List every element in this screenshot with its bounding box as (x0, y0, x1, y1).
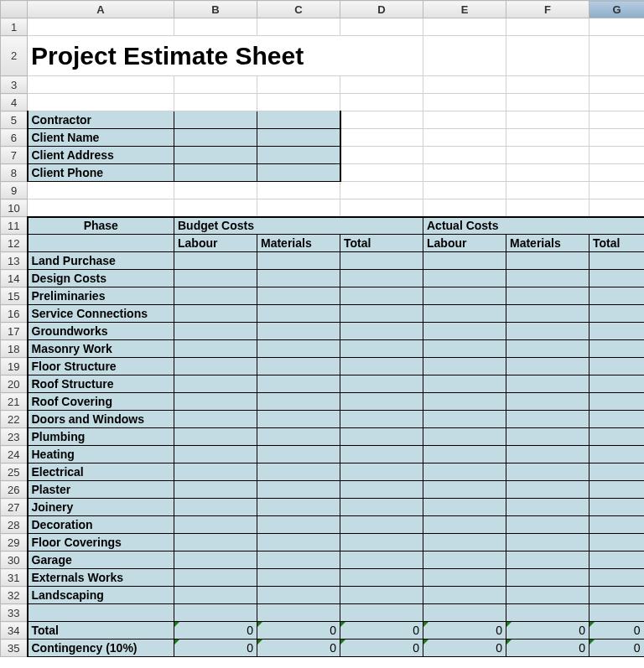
cell[interactable] (174, 446, 257, 463)
row-header[interactable]: 19 (1, 358, 28, 375)
cell[interactable] (589, 534, 645, 551)
info-value[interactable] (174, 147, 257, 164)
header-phase[interactable]: Phase (28, 217, 174, 235)
cell[interactable] (506, 393, 589, 411)
header-actual-costs[interactable]: Actual Costs (423, 217, 645, 235)
cell[interactable] (340, 534, 423, 551)
cell[interactable] (174, 411, 257, 428)
cell[interactable] (257, 481, 340, 499)
cell[interactable] (423, 340, 506, 358)
contingency-value[interactable]: 0 (423, 640, 506, 657)
info-label-client-name[interactable]: Client Name (28, 129, 174, 147)
cell[interactable] (174, 252, 257, 270)
cell[interactable] (257, 569, 340, 587)
cell[interactable] (174, 587, 257, 604)
cell[interactable] (257, 446, 340, 463)
cell[interactable] (423, 287, 506, 305)
cell[interactable] (589, 287, 645, 305)
phase-label[interactable]: Design Costs (28, 270, 174, 287)
cell[interactable] (423, 587, 506, 604)
cell[interactable] (340, 428, 423, 446)
cell[interactable] (340, 323, 423, 340)
cell[interactable] (174, 358, 257, 375)
cell[interactable] (589, 252, 645, 270)
cell[interactable] (423, 463, 506, 481)
cell[interactable] (340, 375, 423, 393)
header-labour[interactable]: Labour (423, 235, 506, 252)
phase-label[interactable]: Floor Coverings (28, 534, 174, 551)
cell[interactable] (589, 446, 645, 463)
cell[interactable] (174, 375, 257, 393)
cell[interactable] (340, 411, 423, 428)
cell[interactable] (506, 411, 589, 428)
row-header[interactable]: 29 (1, 534, 28, 551)
cell[interactable] (423, 516, 506, 534)
total-value[interactable]: 0 (506, 622, 589, 640)
phase-label[interactable]: Joinery (28, 499, 174, 516)
header-budget-costs[interactable]: Budget Costs (174, 217, 423, 235)
select-all-corner[interactable] (1, 1, 28, 18)
cell[interactable] (174, 463, 257, 481)
row-header[interactable]: 11 (1, 217, 28, 235)
row-header[interactable]: 12 (1, 235, 28, 252)
grid[interactable]: A B C D E F G 1 2 Project Estimate Sheet… (0, 0, 644, 657)
contingency-value[interactable]: 0 (589, 640, 645, 657)
cell[interactable] (340, 499, 423, 516)
header-total[interactable]: Total (340, 235, 423, 252)
cell[interactable] (174, 323, 257, 340)
info-label-client-phone[interactable]: Client Phone (28, 164, 174, 182)
row-header[interactable]: 24 (1, 446, 28, 463)
cell[interactable] (174, 551, 257, 569)
cell[interactable] (506, 499, 589, 516)
row-header[interactable]: 4 (1, 94, 28, 111)
cell[interactable] (423, 358, 506, 375)
contingency-value[interactable]: 0 (506, 640, 589, 657)
cell[interactable] (506, 428, 589, 446)
total-value[interactable]: 0 (423, 622, 506, 640)
info-value[interactable] (174, 164, 257, 182)
row-header[interactable]: 21 (1, 393, 28, 411)
cell[interactable] (506, 323, 589, 340)
cell[interactable] (423, 499, 506, 516)
cell[interactable] (257, 358, 340, 375)
cell[interactable] (506, 587, 589, 604)
phase-label[interactable]: Plaster (28, 481, 174, 499)
header-materials[interactable]: Materials (506, 235, 589, 252)
cell[interactable] (506, 463, 589, 481)
header-total[interactable]: Total (589, 235, 645, 252)
cell[interactable] (423, 551, 506, 569)
row-header[interactable]: 32 (1, 587, 28, 604)
phase-label[interactable]: Landscaping (28, 587, 174, 604)
row-header[interactable]: 9 (1, 182, 28, 199)
cell[interactable] (174, 569, 257, 587)
cell[interactable] (174, 340, 257, 358)
cell[interactable] (174, 305, 257, 323)
cell[interactable] (174, 481, 257, 499)
cell[interactable] (589, 358, 645, 375)
cell[interactable] (257, 534, 340, 551)
cell[interactable] (340, 587, 423, 604)
phase-label[interactable]: Doors and Windows (28, 411, 174, 428)
col-header-B[interactable]: B (174, 1, 257, 18)
cell[interactable] (506, 358, 589, 375)
cell[interactable] (257, 393, 340, 411)
row-header[interactable]: 1 (1, 18, 28, 36)
row-header[interactable]: 18 (1, 340, 28, 358)
row-header[interactable]: 16 (1, 305, 28, 323)
page-title[interactable]: Project Estimate Sheet (28, 36, 423, 76)
cell[interactable] (506, 534, 589, 551)
cell[interactable] (589, 270, 645, 287)
row-header[interactable]: 17 (1, 323, 28, 340)
cell[interactable] (174, 428, 257, 446)
cell[interactable] (589, 481, 645, 499)
phase-label[interactable]: Heating (28, 446, 174, 463)
cell[interactable] (423, 411, 506, 428)
cell[interactable] (589, 463, 645, 481)
phase-label[interactable]: Groundworks (28, 323, 174, 340)
contingency-value[interactable]: 0 (174, 640, 257, 657)
row-header[interactable]: 22 (1, 411, 28, 428)
info-value[interactable] (257, 164, 340, 182)
row-header[interactable]: 13 (1, 252, 28, 270)
phase-label[interactable]: Land Purchase (28, 252, 174, 270)
col-header-E[interactable]: E (423, 1, 506, 18)
